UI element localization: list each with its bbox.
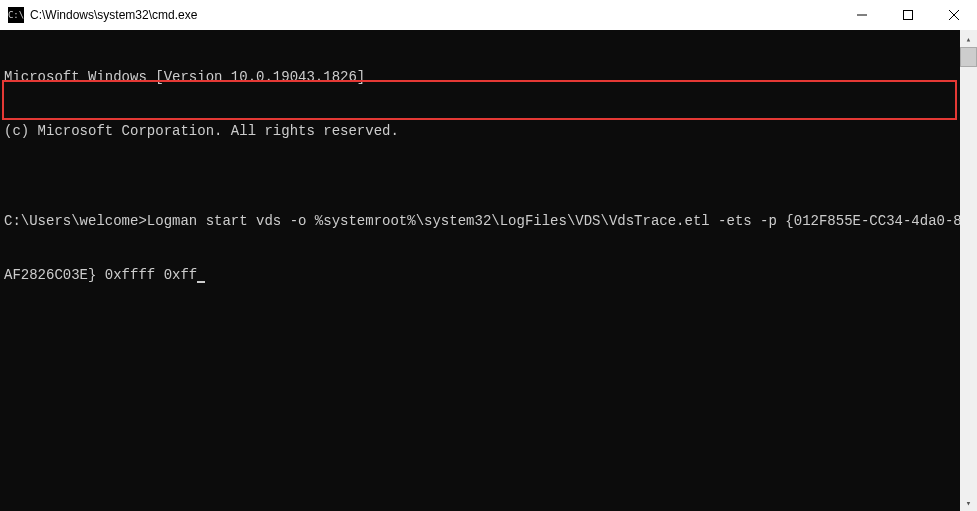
terminal-line: (c) Microsoft Corporation. All rights re… — [4, 122, 973, 140]
window-controls — [839, 0, 977, 30]
close-button[interactable] — [931, 0, 977, 30]
cursor — [197, 281, 205, 283]
scroll-up-arrow[interactable]: ▴ — [960, 30, 977, 47]
titlebar[interactable]: C:\ C:\Windows\system32\cmd.exe — [0, 0, 977, 30]
terminal-line: AF2826C03E} 0xffff 0xff — [4, 266, 973, 284]
scrollbar-thumb[interactable] — [960, 47, 977, 67]
scrollbar[interactable]: ▴ ▾ — [960, 30, 977, 511]
minimize-button[interactable] — [839, 0, 885, 30]
terminal-line: Microsoft Windows [Version 10.0.19043.18… — [4, 68, 973, 86]
svg-rect-1 — [904, 11, 913, 20]
maximize-button[interactable] — [885, 0, 931, 30]
terminal-content: Microsoft Windows [Version 10.0.19043.18… — [4, 32, 973, 320]
window-title: C:\Windows\system32\cmd.exe — [30, 8, 839, 22]
cmd-icon: C:\ — [8, 7, 24, 23]
scroll-down-arrow[interactable]: ▾ — [960, 494, 977, 511]
terminal-line: C:\Users\welcome>Logman start vds -o %sy… — [4, 212, 973, 230]
terminal[interactable]: Microsoft Windows [Version 10.0.19043.18… — [0, 30, 977, 511]
